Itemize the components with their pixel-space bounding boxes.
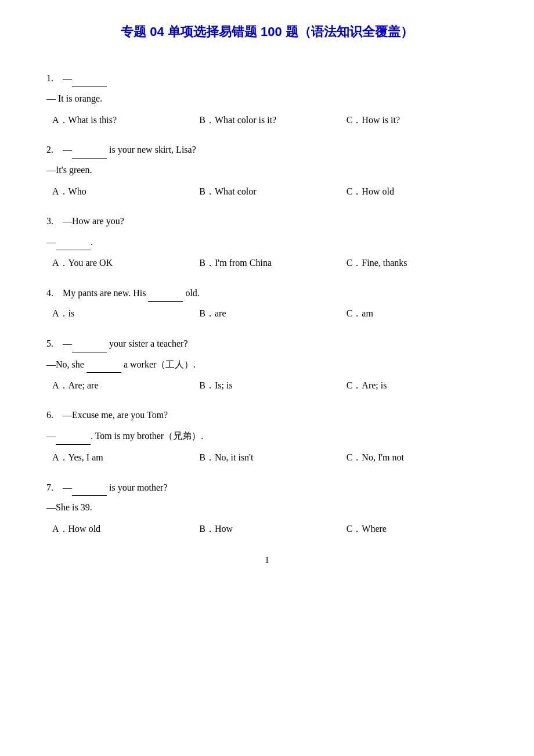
question-stem: 4. My pants are new. His old. — [46, 285, 488, 302]
options-row: A．What is this?B．What color is it?C．How … — [46, 112, 488, 129]
question-block: 3. —How are you?— .A．You are OKB．I'm fro… — [46, 213, 488, 272]
option[interactable]: A．What is this? — [46, 112, 193, 129]
options-row: A．WhoB．What colorC．How old — [46, 183, 488, 200]
option[interactable]: B．are — [193, 305, 340, 322]
question-block: 7. — is your mother?—She is 39.A．How old… — [46, 479, 488, 538]
question-response: —It's green. — [46, 162, 488, 179]
question-response: — . — [46, 233, 488, 251]
question-stem: 2. — is your new skirt, Lisa? — [46, 141, 488, 159]
option[interactable]: B．No, it isn't — [193, 449, 340, 466]
option[interactable]: C．Fine, thanks — [341, 255, 488, 272]
option[interactable]: C．Where — [341, 521, 488, 538]
option[interactable]: B．How — [193, 521, 340, 538]
question-stem: 3. —How are you? — [46, 213, 488, 230]
option[interactable]: C．No, I'm not — [341, 449, 488, 466]
option[interactable]: A．Yes, I am — [46, 449, 193, 466]
question-block: 4. My pants are new. His old.A．isB．areC．… — [46, 285, 488, 322]
option[interactable]: A．Who — [46, 183, 193, 200]
question-block: 6. —Excuse me, are you Tom?— . Tom is my… — [46, 407, 488, 466]
option[interactable]: C．am — [341, 305, 488, 322]
question-block: 2. — is your new skirt, Lisa?—It's green… — [46, 141, 488, 200]
option[interactable]: C．How old — [341, 183, 488, 200]
option[interactable]: B．Is; is — [193, 377, 340, 394]
option[interactable]: C．Are; is — [341, 377, 488, 394]
options-row: A．isB．areC．am — [46, 305, 488, 322]
question-stem: 6. —Excuse me, are you Tom? — [46, 407, 488, 424]
page-title: 专题 04 单项选择易错题 100 题（语法知识全覆盖） — [46, 23, 488, 41]
question-stem: 5. — your sister a teacher? — [46, 335, 488, 352]
option[interactable]: B．What color is it? — [193, 112, 340, 129]
options-row: A．Yes, I amB．No, it isn'tC．No, I'm not — [46, 449, 488, 466]
option[interactable]: A．You are OK — [46, 255, 193, 272]
question-stem: 7. — is your mother? — [46, 479, 488, 496]
question-block: 5. — your sister a teacher?—No, she a wo… — [46, 335, 488, 394]
question-response: —No, she a worker（工人）. — [46, 356, 488, 373]
options-row: A．You are OKB．I'm from ChinaC．Fine, than… — [46, 255, 488, 272]
option[interactable]: B．What color — [193, 183, 340, 200]
page-number: 1 — [46, 555, 488, 565]
option[interactable]: A．Are; are — [46, 377, 193, 394]
question-stem: 1. — — [46, 70, 488, 87]
question-response: — It is orange. — [46, 91, 488, 107]
options-row: A．Are; areB．Is; isC．Are; is — [46, 377, 488, 394]
option[interactable]: A．How old — [46, 521, 193, 538]
question-block: 1. — — It is orange.A．What is this?B．Wha… — [46, 70, 488, 128]
options-row: A．How oldB．HowC．Where — [46, 521, 488, 538]
option[interactable]: C．How is it? — [341, 112, 488, 129]
question-response: —She is 39. — [46, 499, 488, 516]
question-response: — . Tom is my brother（兄弟）. — [46, 427, 488, 445]
option[interactable]: A．is — [46, 305, 193, 322]
option[interactable]: B．I'm from China — [193, 255, 340, 272]
